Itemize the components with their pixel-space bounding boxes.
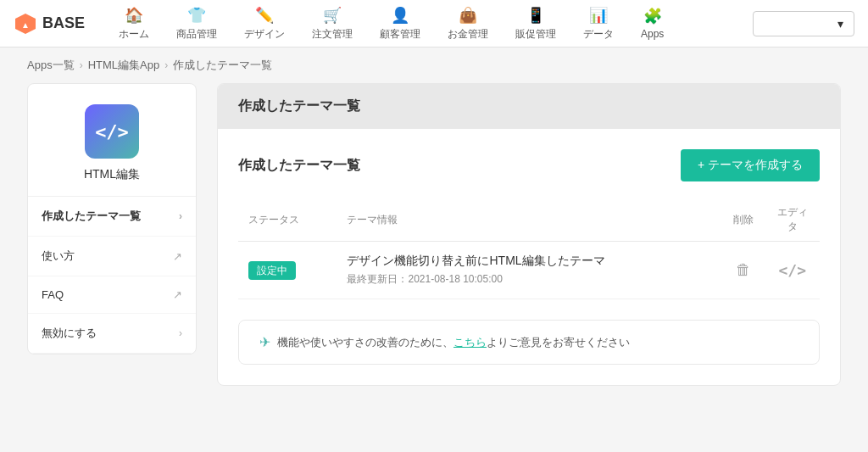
delete-button[interactable]: 🗑 [732,258,754,282]
nav-icon-apps: 🧩 [643,7,662,25]
feedback-text-before: 機能や使いやすさの改善のために、 [277,336,453,349]
nav-label-apps: Apps [641,28,664,40]
sidebar-item-label-theme-list: 作成したテーマ一覧 [42,209,141,224]
sidebar-item-label-disable: 無効にする [42,326,97,341]
feedback-text-after: よりご意見をお寄せください [487,336,630,349]
breadcrumb-item-2: 作成したテーマ一覧 [173,58,272,73]
theme-table: ステータス テーマ情報 削除 エディタ 設定中デザイン機能切り替え前にHTML編… [238,198,820,299]
content-body: 作成したテーマ一覧 + テーマを作成する ステータス テーマ情報 削除 エディタ… [218,129,840,385]
nav-item-apps[interactable]: 🧩Apps [627,0,677,47]
sidebar-item-how-to-use[interactable]: 使い方↗ [28,237,196,276]
feedback-text: 機能や使いやすさの改善のために、こちらよりご意見をお寄せください [277,335,630,350]
create-theme-button[interactable]: + テーマを作成する [681,149,820,181]
col-editor: エディタ [765,198,820,242]
external-link-icon: ↗ [173,250,182,263]
nav-label-orders: 注文管理 [312,27,353,42]
nav-label-finance: お金管理 [448,27,488,42]
editor-button[interactable]: </> [775,258,810,282]
nav-item-orders[interactable]: 🛒注文管理 [298,0,366,48]
nav-icon-products: 👕 [187,6,206,25]
nav-label-promotion: 販促管理 [515,27,556,42]
chevron-right-icon: › [179,210,182,222]
nav-icon-orders: 🛒 [323,6,342,25]
header: ▲ BASE 🏠ホーム👕商品管理✏️デザイン🛒注文管理👤顧客管理👜お金管理📱販促… [0,0,868,47]
logo-icon: ▲ [14,12,37,36]
nav-icon-finance: 👜 [459,6,477,25]
theme-date: 最終更新日：2021-08-18 10:05:00 [347,272,712,287]
svg-text:▲: ▲ [21,20,30,30]
feedback-link[interactable]: こちら [453,336,487,349]
nav-label-data: データ [583,27,614,42]
delete-cell: 🗑 [722,242,765,299]
nav-label-design: デザイン [244,27,285,42]
external-link-icon: ↗ [173,288,182,301]
content-header-title: 作成したテーマ一覧 [218,84,840,129]
logo: ▲ BASE [14,12,85,36]
nav-item-data[interactable]: 📊データ [570,0,627,48]
breadcrumb-item-1[interactable]: HTML編集App [88,58,160,73]
content-panel: 作成したテーマ一覧 作成したテーマ一覧 + テーマを作成する ステータス テーマ… [217,83,841,386]
feedback-bar: ✈ 機能や使いやすさの改善のために、こちらよりご意見をお寄せください [238,320,820,365]
breadcrumb: Apps一覧›HTML編集App›作成したテーマ一覧 [0,47,868,83]
content-top-row: 作成したテーマ一覧 + テーマを作成する [238,149,820,181]
breadcrumb-sep: › [80,59,83,71]
sidebar-item-label-how-to-use: 使い方 [42,248,75,264]
nav-item-finance[interactable]: 👜お金管理 [434,0,502,48]
nav-icon-design: ✏️ [255,6,274,25]
section-title: 作成したテーマ一覧 [238,157,360,175]
nav-item-promotion[interactable]: 📱販促管理 [502,0,570,48]
breadcrumb-item-0[interactable]: Apps一覧 [27,58,75,73]
theme-name: デザイン機能切り替え前にHTML編集したテーマ [347,254,712,269]
sidebar-item-faq[interactable]: FAQ↗ [28,276,196,314]
table-row: 設定中デザイン機能切り替え前にHTML編集したテーマ最終更新日：2021-08-… [238,242,820,299]
table-header-row: ステータス テーマ情報 削除 エディタ [238,198,820,242]
main-nav: 🏠ホーム👕商品管理✏️デザイン🛒注文管理👤顧客管理👜お金管理📱販促管理📊データ🧩… [105,0,753,48]
chevron-right-icon: › [179,327,182,339]
sidebar-item-theme-list[interactable]: 作成したテーマ一覧› [28,197,196,237]
sidebar-item-disable[interactable]: 無効にする› [28,314,196,354]
nav-icon-customers: 👤 [391,6,409,25]
theme-info-cell: デザイン機能切り替え前にHTML編集したテーマ最終更新日：2021-08-18 … [337,242,722,299]
app-icon: </> [85,104,139,159]
app-info: </> HTML編集 [28,84,196,197]
main-content: </> HTML編集 作成したテーマ一覧›使い方↗FAQ↗無効にする› 作成した… [0,83,868,413]
nav-icon-home: 🏠 [125,6,143,25]
nav-label-customers: 顧客管理 [380,27,420,42]
nav-item-products[interactable]: 👕商品管理 [163,0,231,48]
col-status: ステータス [238,198,337,242]
nav-item-customers[interactable]: 👤顧客管理 [366,0,434,48]
theme-table-body: 設定中デザイン機能切り替え前にHTML編集したテーマ最終更新日：2021-08-… [238,242,820,299]
feedback-icon: ✈ [259,334,270,350]
app-name: HTML編集 [84,167,140,182]
nav-label-home: ホーム [119,27,149,42]
breadcrumb-sep: › [164,59,168,71]
sidebar-item-label-faq: FAQ [42,288,64,301]
nav-icon-promotion: 📱 [526,6,545,25]
col-theme-info: テーマ情報 [337,198,722,242]
theme-status-cell: 設定中 [238,242,337,299]
shop-selector[interactable]: ▾ [753,11,854,36]
logo-text: BASE [42,14,85,32]
chevron-down-icon: ▾ [837,17,843,31]
header-right: ▾ [753,11,854,36]
nav-icon-data: 📊 [589,6,608,25]
sidebar: </> HTML編集 作成したテーマ一覧›使い方↗FAQ↗無効にする› [27,83,197,354]
nav-item-design[interactable]: ✏️デザイン [231,0,298,48]
nav-label-products: 商品管理 [176,27,217,42]
code-icon: </> [95,121,129,142]
status-badge: 設定中 [248,261,296,280]
editor-cell: </> [765,242,820,299]
nav-item-home[interactable]: 🏠ホーム [105,0,163,48]
col-delete: 削除 [722,198,765,242]
